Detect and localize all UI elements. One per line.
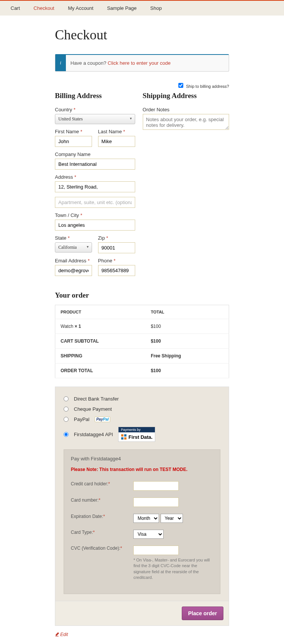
- pay-cheque-radio[interactable]: [64, 407, 69, 412]
- coupon-notice: i Have a coupon? Click here to enter you…: [55, 54, 229, 72]
- th-total: Total: [145, 305, 229, 319]
- email-input[interactable]: [55, 265, 92, 276]
- svg-rect-0: [121, 434, 123, 437]
- first-name-label: First Name *: [55, 129, 92, 134]
- last-name-input[interactable]: [98, 136, 135, 147]
- country-label: Country *: [55, 107, 135, 112]
- state-label: State *: [55, 235, 92, 241]
- pay-bank-radio[interactable]: [64, 396, 69, 401]
- info-icon: i: [55, 55, 66, 71]
- edit-link[interactable]: Edit: [55, 632, 68, 637]
- test-mode-warning: Please Note: This transaction will run o…: [71, 467, 213, 472]
- firstdata-badge: Payments by First Data.: [118, 427, 155, 442]
- zip-label: Zip *: [98, 235, 135, 241]
- company-label: Company Name: [55, 151, 135, 157]
- table-row: ShippingFree Shipping: [55, 349, 229, 363]
- card-number-input[interactable]: [133, 497, 179, 507]
- zip-input[interactable]: [98, 242, 135, 253]
- ship-to-billing-checkbox[interactable]: [178, 83, 183, 88]
- address-label: Address *: [55, 174, 135, 180]
- table-row: Cart Subtotal$100: [55, 334, 229, 349]
- page-title: Checkout: [55, 27, 229, 43]
- svg-rect-3: [124, 437, 126, 440]
- th-product: Product: [55, 305, 146, 319]
- pay-firstdata-label: Firstdatagge4 API: [74, 432, 113, 437]
- pay-with-label: Pay with Firstdatagge4: [71, 456, 213, 462]
- card-type-label: Card Type:*: [71, 530, 133, 535]
- cvc-input[interactable]: [133, 546, 179, 555]
- pencil-icon: [55, 632, 59, 636]
- exp-date-label: Expiration Date:*: [71, 514, 133, 519]
- order-heading: Your order: [55, 291, 229, 299]
- company-input[interactable]: [55, 159, 135, 170]
- phone-input[interactable]: [98, 265, 135, 276]
- nav-cart[interactable]: Cart: [4, 1, 27, 16]
- nav-my-account[interactable]: My Account: [61, 1, 100, 16]
- ship-to-billing-label: Ship to billing address?: [186, 84, 229, 89]
- first-name-input[interactable]: [55, 136, 92, 147]
- paypal-icon: PayPal: [95, 416, 110, 422]
- city-input[interactable]: [55, 220, 135, 231]
- last-name-label: Last Name *: [98, 129, 135, 134]
- phone-label: Phone *: [98, 258, 135, 264]
- email-label: Email Address *: [55, 258, 92, 264]
- nav-shop[interactable]: Shop: [144, 1, 169, 16]
- cvc-note: * On Visa-, Master- and Eurocard you wil…: [133, 557, 213, 581]
- order-footer: Place order: [55, 601, 229, 626]
- pay-paypal-radio[interactable]: [64, 417, 69, 422]
- card-holder-label: Credit card holder:*: [71, 481, 133, 487]
- card-type-select[interactable]: Visa: [133, 530, 164, 539]
- order-notes-label: Order Notes: [143, 107, 229, 112]
- address1-input[interactable]: [55, 181, 135, 192]
- place-order-button[interactable]: Place order: [182, 607, 223, 620]
- svg-rect-1: [124, 434, 126, 437]
- exp-year-select[interactable]: Year: [161, 514, 183, 523]
- coupon-prompt: Have a coupon?: [70, 60, 108, 66]
- city-label: Town / City *: [55, 212, 135, 218]
- payment-box: Direct Bank Transfer Cheque Payment PayP…: [55, 387, 229, 601]
- nav-checkout[interactable]: Checkout: [27, 1, 61, 16]
- country-select[interactable]: United States: [55, 114, 135, 124]
- pay-cheque-label: Cheque Payment: [74, 406, 112, 412]
- cvc-label: CVC (Verification Code):*: [71, 546, 133, 551]
- card-details-panel: Pay with Firstdatagge4 Please Note: This…: [64, 449, 220, 594]
- address2-input[interactable]: [55, 197, 135, 208]
- shipping-heading: Shipping Address: [143, 92, 229, 100]
- firstdata-logo-icon: [121, 434, 127, 440]
- top-nav: Cart Checkout My Account Sample Page Sho…: [0, 0, 284, 16]
- order-notes-input[interactable]: [143, 114, 229, 130]
- exp-month-select[interactable]: Month: [133, 514, 159, 523]
- nav-sample-page[interactable]: Sample Page: [100, 1, 144, 16]
- coupon-link[interactable]: Click here to enter your code: [108, 60, 170, 66]
- svg-rect-2: [121, 437, 123, 440]
- order-table: ProductTotal Watch × 1$100 Cart Subtotal…: [55, 305, 229, 378]
- table-row: Watch × 1$100: [55, 319, 229, 334]
- pay-paypal-label: PayPal: [74, 416, 89, 422]
- table-row: Order Total$100: [55, 363, 229, 378]
- state-select[interactable]: California: [55, 242, 92, 253]
- card-holder-input[interactable]: [133, 481, 179, 491]
- pay-firstdata-radio[interactable]: [64, 432, 69, 437]
- billing-heading: Billing Address: [55, 92, 135, 100]
- pay-bank-label: Direct Bank Transfer: [74, 396, 119, 402]
- card-number-label: Card number:*: [71, 497, 133, 503]
